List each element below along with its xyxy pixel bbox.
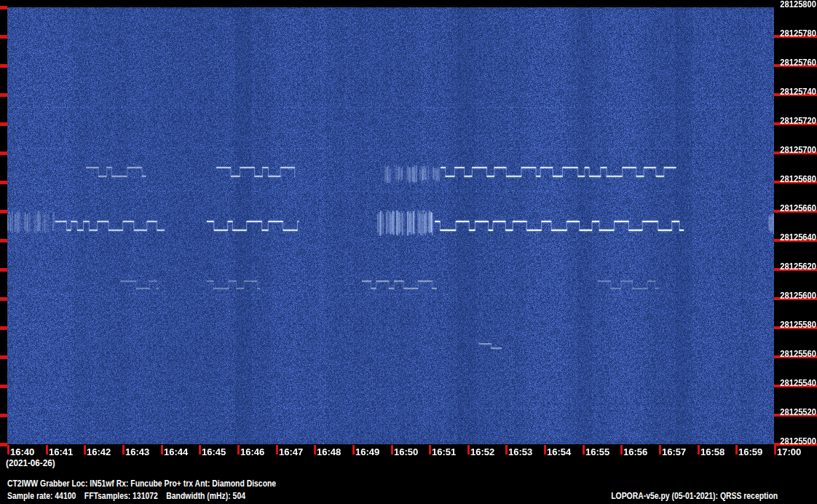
time-tick-mark: [7, 445, 9, 454]
time-tick-label: 16:40: [10, 446, 34, 457]
freq-tick-label: 28125600: [773, 290, 816, 300]
freq-left-tick-mark: [0, 297, 7, 301]
time-tick-mark: [352, 445, 355, 454]
time-tick-label: 16:57: [662, 446, 686, 457]
freq-tick-label: 28125560: [773, 348, 816, 358]
freq-left-tick-mark: [0, 385, 7, 388]
freq-left-tick-mark: [0, 443, 7, 446]
time-tick-label: 16:45: [202, 446, 226, 457]
freq-left-tick-mark: [0, 355, 7, 359]
time-tick-label: 16:50: [394, 446, 418, 457]
time-tick-mark: [391, 445, 393, 454]
freq-tick-label: 28125700: [773, 144, 816, 154]
freq-tick-label: 28125760: [773, 57, 816, 67]
time-tick-mark: [583, 445, 585, 454]
time-tick-label: 16:52: [470, 446, 494, 457]
time-tick-mark: [276, 445, 278, 454]
freq-tick-label: 28125660: [773, 202, 816, 213]
time-tick-label: 16:46: [240, 446, 264, 457]
time-tick-mark: [199, 445, 201, 454]
time-tick-mark: [237, 445, 240, 454]
software-credit-line: LOPORA-v5e.py (05-01-2021): QRSS recepti…: [611, 490, 778, 501]
freq-tick-label: 28125520: [773, 406, 816, 417]
freq-left-tick-mark: [0, 210, 7, 213]
time-tick-mark: [735, 445, 738, 454]
time-tick-mark: [505, 445, 508, 454]
spectrogram-canvas: [7, 7, 774, 444]
freq-left-tick-mark: [0, 268, 7, 272]
time-tick-mark: [544, 445, 546, 454]
freq-left-tick-mark: [0, 35, 7, 39]
qrss-grabber-screenshot: 2812580028125780281257602812574028125720…: [0, 0, 817, 504]
freq-left-tick-mark: [0, 181, 7, 184]
freq-left-tick-mark: [0, 6, 7, 9]
time-tick-label: 16:54: [547, 446, 571, 457]
time-tick-label: 16:43: [125, 446, 149, 457]
freq-tick-label: 28125580: [773, 319, 816, 329]
time-tick-mark: [429, 445, 431, 454]
time-tick-label: 16:48: [317, 446, 341, 457]
freq-tick-label: 28125620: [773, 261, 816, 271]
time-tick-label: 16:55: [585, 446, 609, 457]
freq-tick-label: 28125680: [773, 173, 816, 184]
freq-left-tick-mark: [0, 239, 7, 243]
freq-tick-label: 28125740: [773, 86, 816, 96]
freq-tick-label: 28125640: [773, 232, 816, 242]
time-tick-label: 16:41: [49, 446, 73, 457]
receiver-settings-line: Sample rate: 44100 FFTsamples: 131072 Ba…: [7, 490, 245, 501]
date-label: (2021-06-26): [6, 457, 55, 468]
time-tick-label: 16:51: [432, 446, 456, 457]
freq-tick-label: 28125500: [773, 436, 816, 446]
time-tick-label: 16:53: [508, 446, 532, 457]
time-tick-mark: [467, 445, 470, 454]
time-tick-label: 16:42: [87, 446, 111, 457]
freq-tick-label: 28125800: [773, 0, 816, 9]
time-tick-mark: [161, 445, 163, 454]
time-tick-label: 16:44: [164, 446, 188, 457]
time-tick-mark: [774, 445, 776, 454]
freq-tick-label: 28125540: [773, 377, 816, 387]
time-tick-mark: [84, 445, 86, 454]
time-tick-mark: [698, 445, 700, 454]
time-tick-mark: [620, 445, 623, 454]
time-tick-label: 17:00: [777, 446, 801, 457]
station-info-line: CT2IWW Grabber Loc: IN51wf Rx: Funcube P…: [7, 478, 276, 489]
time-tick-label: 16:56: [623, 446, 647, 457]
freq-tick-label: 28125780: [773, 28, 816, 38]
freq-left-tick-mark: [0, 122, 7, 126]
time-tick-label: 16:58: [700, 446, 725, 457]
freq-left-tick-mark: [0, 93, 7, 97]
freq-left-tick-mark: [0, 151, 7, 155]
time-tick-mark: [122, 445, 125, 454]
time-tick-mark: [659, 445, 661, 454]
freq-tick-label: 28125720: [773, 115, 816, 125]
time-tick-label: 16:49: [355, 446, 379, 457]
time-tick-mark: [46, 445, 48, 454]
freq-left-tick-mark: [0, 64, 7, 68]
time-tick-mark: [314, 445, 316, 454]
freq-left-tick-mark: [0, 326, 7, 330]
time-tick-label: 16:47: [279, 446, 303, 457]
time-tick-label: 16:59: [738, 446, 762, 457]
freq-left-tick-mark: [0, 414, 7, 417]
